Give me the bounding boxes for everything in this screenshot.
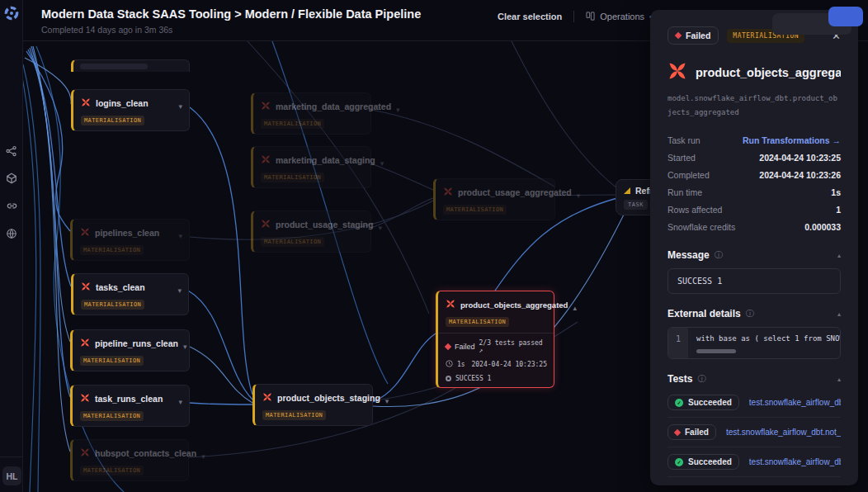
horizontal-scrollbar[interactable] — [696, 349, 736, 353]
chevron-down-icon[interactable]: ▾ — [177, 287, 182, 295]
task-run-link[interactable]: Run Transformations → — [743, 135, 841, 145]
dag-node-product-usage-staging[interactable]: product_usage_staging ▾ MATERIALISATION — [251, 211, 371, 253]
dag-node-pipeline-runs-clean[interactable]: pipeline_runs_clean ▾ MATERIALISATION — [70, 329, 190, 371]
dag-node-product-usage-aggregated[interactable]: product_usage_aggregated ▾ MATERIALISATI… — [433, 178, 555, 220]
node-divider — [438, 333, 554, 334]
test-row: ✓ Succeeded test.snowflake_airflow_dbt.n… — [668, 447, 841, 477]
node-label: product_usage_staging — [276, 220, 373, 229]
test-link[interactable]: test.snowflake_airflow_dbt.unique_pro — [749, 398, 841, 407]
node-label: product_objects_aggregated — [460, 300, 568, 310]
materialisation-badge: MATERIALISATION — [261, 173, 324, 182]
app-sidebar: HL — [0, 0, 23, 492]
dbt-icon — [261, 217, 271, 232]
dag-node-product-objects-staging[interactable]: product_objects_staging ▾ MATERIALISATIO… — [252, 384, 373, 426]
failed-icon — [674, 428, 681, 435]
info-icon: ⓘ — [746, 308, 754, 319]
test-status-badge: ✓ Succeeded — [668, 395, 739, 410]
detail-label: Completed — [668, 170, 710, 180]
node-label: task_runs_clean — [95, 394, 163, 404]
user-avatar[interactable]: HL — [2, 466, 21, 485]
dbt-icon — [81, 280, 91, 295]
test-link[interactable]: test.snowflake_airflow_dbt.not_null_pr — [749, 457, 841, 466]
skeleton-bar — [80, 64, 148, 69]
dag-node-marketing-data-staging[interactable]: marketing_data_staging ▾ MATERIALISATION — [251, 146, 371, 188]
status-badge: Failed — [668, 26, 719, 45]
integrations-cube-icon[interactable] — [6, 173, 17, 184]
dag-node-tasks-clean[interactable]: tasks_clean ▾ MATERIALISATION — [71, 273, 189, 315]
test-row: Failed test.snowflake_airflow_dbt.not_nu… — [668, 418, 841, 447]
materialisation-badge: MATERIALISATION — [81, 116, 144, 125]
chevron-down-icon[interactable]: ▾ — [378, 225, 382, 232]
dbt-icon — [261, 99, 271, 114]
dag-node-marketing-data-aggregated[interactable]: marketing_data_aggregated ▾ MATERIALISAT… — [251, 92, 371, 135]
dbt-icon — [446, 297, 455, 312]
detail-label: Snowflake credits — [668, 222, 735, 232]
dbt-icon — [261, 153, 271, 168]
success-check-icon: ✓ — [675, 458, 683, 466]
dag-node-hubspot-contacts-clean[interactable]: hubspot_contacts_clean ▾ MATERIALISATION — [70, 439, 189, 481]
test-status-badge: Failed — [668, 424, 716, 440]
chevron-down-icon[interactable]: ▾ — [385, 398, 389, 405]
test-link[interactable]: test.snowflake_airflow_dbt.not_null_pr — [726, 428, 841, 437]
section-title: Message — [668, 249, 710, 261]
app-logo-icon[interactable] — [3, 5, 20, 21]
dag-node-partial[interactable] — [71, 59, 190, 72]
dag-node-pipelines-clean[interactable]: pipelines_clean ▾ MATERIALISATION — [70, 219, 190, 261]
node-label: marketing_data_aggregated — [276, 102, 391, 111]
run-status-subtitle: Completed 14 days ago in 3m 36s — [41, 25, 172, 35]
warning-icon — [624, 187, 630, 194]
line-number: 1 — [668, 328, 688, 358]
dbt-icon — [80, 225, 90, 240]
dbt-icon — [81, 96, 91, 111]
node-label: marketing_data_staging — [276, 155, 375, 165]
materialisation-badge: MATERIALISATION — [80, 245, 144, 255]
chevron-down-icon[interactable]: ▾ — [178, 399, 182, 406]
dag-node-product-objects-aggregated-selected[interactable]: product_objects_aggregated ▴ MATERIALISA… — [436, 291, 554, 388]
chevron-down-icon[interactable]: ▾ — [396, 106, 400, 114]
materialisation-badge: MATERIALISATION — [443, 205, 507, 215]
panel-subtitle: model.snowflake_airflow_dbt.product_obje… — [668, 92, 841, 120]
node-label: tasks_clean — [96, 282, 145, 292]
dag-node-task-runs-clean[interactable]: task_runs_clean ▾ MATERIALISATION — [70, 385, 190, 427]
failed-icon — [445, 343, 451, 350]
dbt-icon — [80, 336, 90, 351]
chevron-down-icon[interactable]: ▾ — [201, 453, 205, 461]
dag-node-logins-clean[interactable]: logins_clean ▾ MATERIALISATION — [71, 89, 190, 131]
node-label: pipelines_clean — [95, 228, 159, 238]
toolbar-primary-button[interactable] — [828, 7, 863, 26]
connections-link-icon[interactable] — [6, 200, 18, 212]
dbt-icon — [80, 391, 90, 406]
node-timestamp: 2024-04-24 10:23:25 — [471, 361, 547, 368]
panel-title: product_objects_aggregated — [696, 66, 841, 79]
chevron-down-icon[interactable]: ▾ — [178, 233, 182, 240]
chevron-down-icon[interactable]: ▾ — [178, 103, 182, 111]
settings-globe-icon[interactable] — [6, 228, 17, 239]
clock-icon — [446, 360, 453, 369]
node-label: pipeline_runs_clean — [95, 338, 178, 348]
node-label: product_usage_aggregated — [458, 187, 572, 197]
header-divider — [573, 11, 574, 22]
collapse-icon[interactable]: ▴ — [837, 376, 841, 383]
collapse-icon[interactable]: ▴ — [837, 252, 841, 259]
materialisation-badge: MATERIALISATION — [261, 237, 324, 247]
tests-section: Tests ⓘ ▴ ✓ Succeeded test.snowflake_air… — [668, 373, 841, 477]
info-icon: ⓘ — [697, 373, 705, 385]
materialisation-badge: MATERIALISATION — [80, 356, 144, 366]
collapse-icon[interactable]: ▴ — [837, 310, 841, 318]
chevron-down-icon[interactable]: ▾ — [577, 192, 581, 200]
pipelines-graph-icon[interactable] — [6, 145, 17, 157]
info-icon: ⓘ — [715, 249, 723, 261]
chevron-down-icon[interactable]: ▾ — [380, 160, 384, 168]
message-content: SUCCESS 1 — [668, 268, 841, 294]
tests-summary-link[interactable]: 2/3 tests passed ↗ — [479, 339, 547, 354]
materialisation-badge: MATERIALISATION — [80, 466, 144, 475]
clear-selection-button[interactable]: Clear selection — [498, 12, 562, 21]
sql-code-block: 1 with base as ( select 1 from SNOWFLAKE — [668, 327, 841, 359]
chevron-down-icon[interactable]: ▾ — [183, 343, 187, 351]
chevron-up-icon[interactable]: ▴ — [573, 305, 577, 312]
materialisation-badge: MATERIALISATION — [446, 317, 509, 327]
section-title: External details — [668, 308, 741, 319]
materialisation-badge: MATERIALISATION — [261, 119, 324, 129]
node-detail-panel: Failed MATERIALISATION ✕ product_objects… — [650, 10, 858, 485]
detail-label: Task run — [668, 135, 701, 145]
